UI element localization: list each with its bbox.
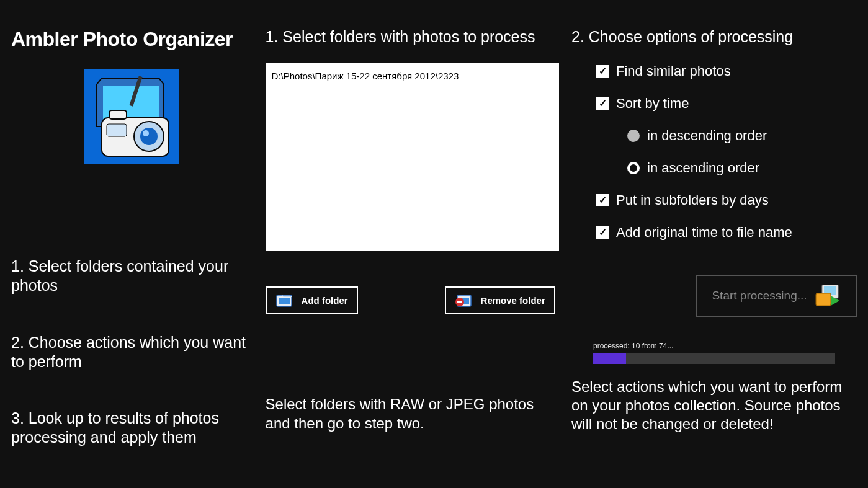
left-step-1: 1. Select folders contained your photos	[11, 257, 253, 296]
option-label: in descending order	[647, 128, 767, 144]
checkbox-icon[interactable]	[596, 65, 609, 78]
folder-add-icon	[275, 293, 293, 308]
checkbox-icon[interactable]	[596, 226, 609, 239]
svg-rect-19	[816, 293, 831, 306]
option-order-ascending[interactable]: in ascending order	[627, 160, 857, 176]
left-step-3: 3. Look up to results of photos processi…	[11, 409, 253, 448]
start-processing-label: Start processing...	[712, 289, 807, 303]
checkbox-icon[interactable]	[596, 194, 609, 206]
remove-folder-label: Remove folder	[481, 295, 545, 306]
option-find-similar[interactable]: Find similar photos	[596, 63, 857, 79]
folder-remove-icon	[455, 293, 472, 308]
option-label: in ascending order	[647, 160, 759, 176]
radio-icon[interactable]	[627, 130, 640, 142]
progress-fill	[593, 353, 626, 364]
option-sort-by-time[interactable]: Sort by time	[596, 95, 857, 112]
option-add-time-filename[interactable]: Add original time to file name	[596, 224, 857, 241]
add-folder-label: Add folder	[302, 295, 348, 306]
add-folder-button[interactable]: Add folder	[266, 286, 358, 314]
app-logo-icon	[84, 69, 179, 164]
left-step-2: 2. Choose actions which you want to perf…	[11, 333, 253, 372]
right-help-text: Select actions which you want to perform…	[571, 378, 857, 433]
mid-heading: 1. Select folders with photos to process	[266, 28, 559, 46]
process-play-icon	[815, 285, 841, 307]
start-processing-button[interactable]: Start processing...	[696, 275, 857, 317]
option-put-subfolders[interactable]: Put in subfolders by days	[596, 192, 857, 208]
option-label: Find similar photos	[616, 63, 731, 79]
progress-label: processed: 10 from 74...	[593, 342, 857, 350]
option-label: Put in subfolders by days	[616, 192, 769, 208]
svg-rect-16	[457, 301, 462, 303]
checkbox-icon[interactable]	[596, 97, 609, 110]
option-label: Sort by time	[616, 95, 689, 112]
right-heading: 2. Choose options of processing	[571, 28, 857, 46]
mid-help-text: Select folders with RAW or JPEG photos a…	[266, 394, 559, 433]
app-title: Ambler Photo Organizer	[11, 28, 253, 51]
svg-point-8	[143, 130, 149, 136]
option-order-descending[interactable]: in descending order	[627, 128, 857, 144]
folder-list[interactable]: D:\Photos\Париж 15-22 сентября 2012\2323	[266, 63, 559, 251]
progress-bar	[593, 353, 835, 364]
svg-rect-11	[279, 298, 290, 304]
radio-icon[interactable]	[627, 162, 640, 174]
svg-rect-9	[107, 124, 127, 136]
remove-folder-button[interactable]: Remove folder	[445, 286, 555, 314]
svg-rect-5	[109, 110, 127, 119]
option-label: Add original time to file name	[616, 224, 792, 241]
folder-list-item[interactable]: D:\Photos\Париж 15-22 сентября 2012\2323	[272, 71, 553, 81]
svg-point-7	[140, 128, 158, 145]
